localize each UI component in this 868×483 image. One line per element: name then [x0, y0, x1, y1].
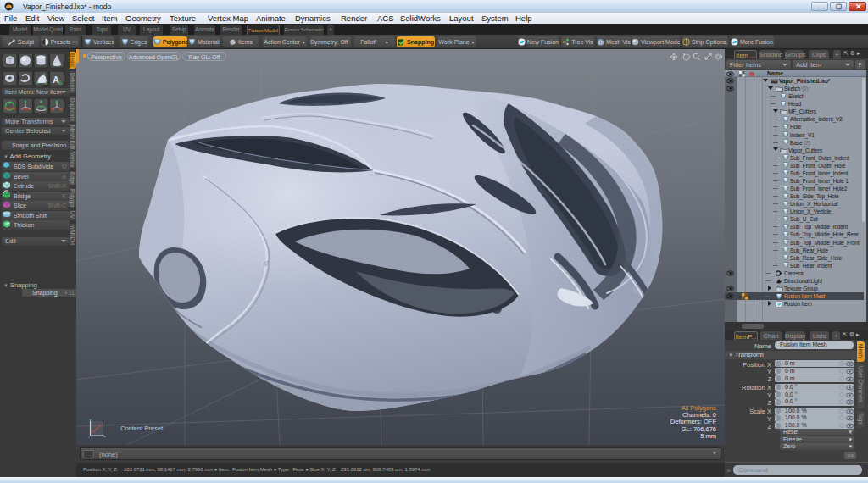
- svg-text:&: &: [58, 80, 63, 86]
